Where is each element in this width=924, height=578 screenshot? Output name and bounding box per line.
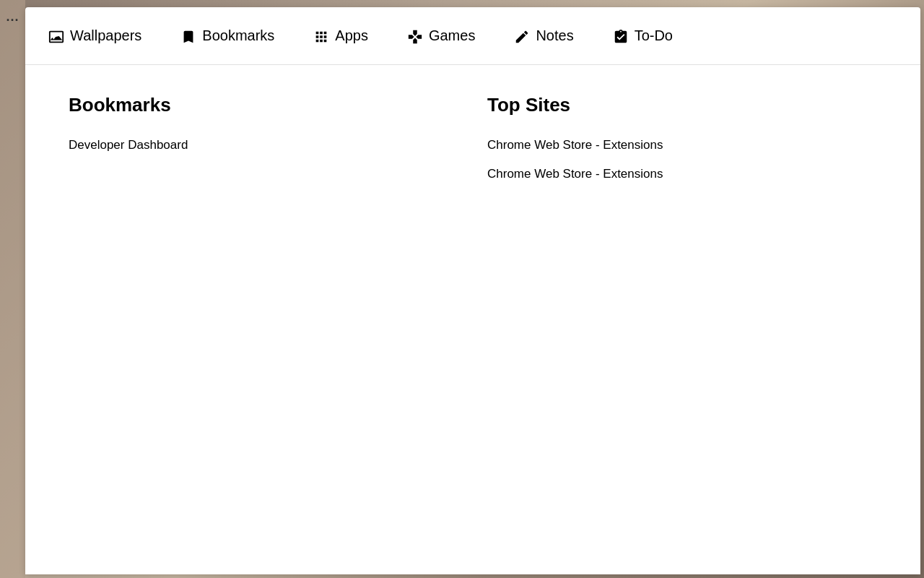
wallpaper-icon (48, 27, 64, 46)
nav-item-bookmarks[interactable]: Bookmarks (172, 21, 283, 51)
apps-icon (313, 27, 329, 46)
notes-label: Notes (536, 27, 573, 44)
games-label: Games (429, 27, 475, 44)
nav-bar: Wallpapers Bookmarks Apps (25, 7, 920, 65)
apps-label: Apps (335, 27, 368, 44)
main-panel: Wallpapers Bookmarks Apps (25, 7, 920, 574)
bookmarks-section: Bookmarks Developer Dashboard (69, 94, 458, 189)
wallpapers-label: Wallpapers (70, 27, 141, 44)
notes-icon (514, 27, 530, 46)
nav-item-apps[interactable]: Apps (305, 21, 377, 51)
bookmark-item-developer-dashboard[interactable]: Developer Dashboard (69, 131, 458, 160)
sidebar: ··· (0, 0, 25, 578)
bookmarks-title: Bookmarks (69, 94, 458, 116)
todo-label: To-Do (635, 27, 673, 44)
nav-item-notes[interactable]: Notes (505, 21, 582, 51)
nav-item-todo[interactable]: To-Do (604, 21, 681, 51)
sidebar-dots-button[interactable]: ··· (6, 13, 19, 28)
top-sites-title: Top Sites (487, 94, 877, 116)
bookmark-icon (180, 27, 196, 46)
top-site-item-0[interactable]: Chrome Web Store - Extensions (487, 131, 877, 160)
content-area: Bookmarks Developer Dashboard Top Sites … (25, 65, 920, 217)
top-sites-section: Top Sites Chrome Web Store - Extensions … (487, 94, 877, 189)
games-icon (407, 27, 423, 46)
nav-item-games[interactable]: Games (398, 21, 484, 51)
nav-item-wallpapers[interactable]: Wallpapers (40, 21, 150, 51)
top-site-item-1[interactable]: Chrome Web Store - Extensions (487, 160, 877, 189)
todo-icon (613, 27, 629, 46)
bookmarks-label: Bookmarks (202, 27, 274, 44)
